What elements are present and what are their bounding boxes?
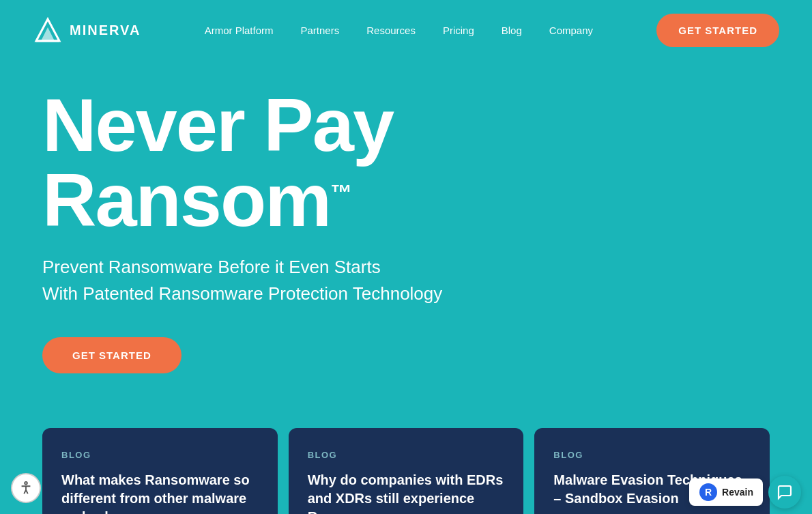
accessibility-icon xyxy=(18,481,33,496)
blog-card-1[interactable]: BLOG What makes Ransomware so different … xyxy=(42,428,278,514)
hero-title-line1: Never Pay xyxy=(42,83,393,167)
nav-get-started-button[interactable]: GET STARTED xyxy=(656,14,779,47)
blog-card-1-label: BLOG xyxy=(61,450,259,460)
nav-blog[interactable]: Blog xyxy=(502,25,522,36)
bottom-widgets: R Revain xyxy=(678,470,812,514)
accessibility-button[interactable] xyxy=(11,473,41,503)
hero-title: Never Pay Ransom™ xyxy=(42,87,770,238)
blog-card-1-title: What makes Ransomware so different from … xyxy=(61,471,259,514)
minerva-logo-icon xyxy=(33,15,63,45)
blog-card-2-label: BLOG xyxy=(308,450,505,460)
nav-armor-platform[interactable]: Armor Platform xyxy=(205,25,274,36)
hero-section: Never Pay Ransom™ Prevent Ransomware Bef… xyxy=(0,60,812,414)
revain-label: Revain xyxy=(722,487,753,498)
hero-subtitle: Prevent Ransomware Before it Even Starts… xyxy=(42,254,561,307)
svg-text:R: R xyxy=(705,487,712,498)
revain-icon: R xyxy=(699,483,718,502)
blog-card-2-title: Why do companies with EDRs and XDRs stil… xyxy=(308,471,505,514)
svg-point-3 xyxy=(25,482,27,485)
chat-icon xyxy=(777,484,793,500)
nav-resources[interactable]: Resources xyxy=(366,25,416,36)
blog-card-3-label: BLOG xyxy=(553,450,751,460)
hero-subtitle-line2: With Patented Ransomware Protection Tech… xyxy=(42,283,442,304)
nav-company[interactable]: Company xyxy=(549,25,593,36)
hero-subtitle-line1: Prevent Ransomware Before it Even Starts xyxy=(42,257,381,277)
nav-partners[interactable]: Partners xyxy=(301,25,340,36)
main-nav: MINERVA Armor Platform Partners Resource… xyxy=(0,0,812,60)
hero-get-started-button[interactable]: GET STARTED xyxy=(42,337,182,373)
nav-links: Armor Platform Partners Resources Pricin… xyxy=(205,25,593,36)
hero-title-line2: Ransom xyxy=(42,158,330,242)
logo-area[interactable]: MINERVA xyxy=(33,15,141,45)
brand-name: MINERVA xyxy=(70,23,141,38)
revain-widget[interactable]: R Revain xyxy=(689,479,763,506)
chat-widget[interactable] xyxy=(768,476,801,509)
nav-pricing[interactable]: Pricing xyxy=(443,25,474,36)
blog-card-2[interactable]: BLOG Why do companies with EDRs and XDRs… xyxy=(289,428,524,514)
hero-trademark: ™ xyxy=(330,180,351,205)
